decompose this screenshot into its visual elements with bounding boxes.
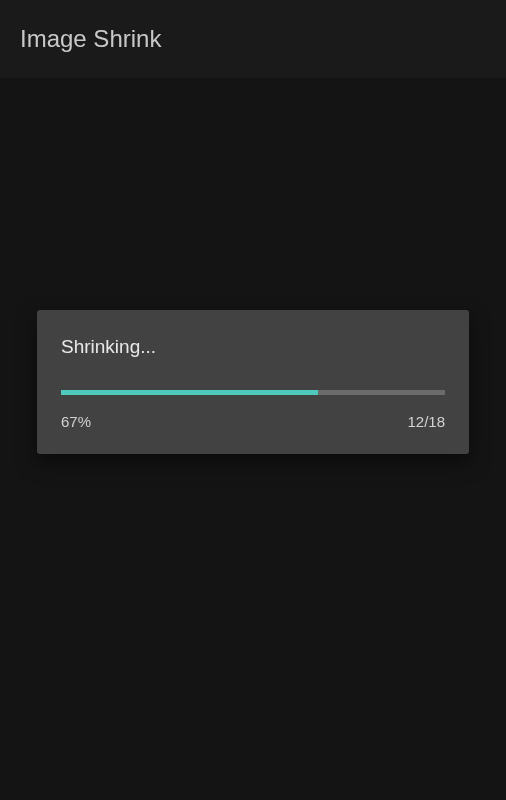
progress-percent: 67% [61,413,91,430]
progress-count: 12/18 [407,413,445,430]
progress-bar [61,390,445,395]
progress-bar-fill [61,390,318,395]
dialog-title: Shrinking... [61,336,445,358]
app-header: Image Shrink [0,0,506,78]
app-title: Image Shrink [20,25,161,53]
progress-dialog: Shrinking... 67% 12/18 [37,310,469,454]
progress-info: 67% 12/18 [61,413,445,430]
